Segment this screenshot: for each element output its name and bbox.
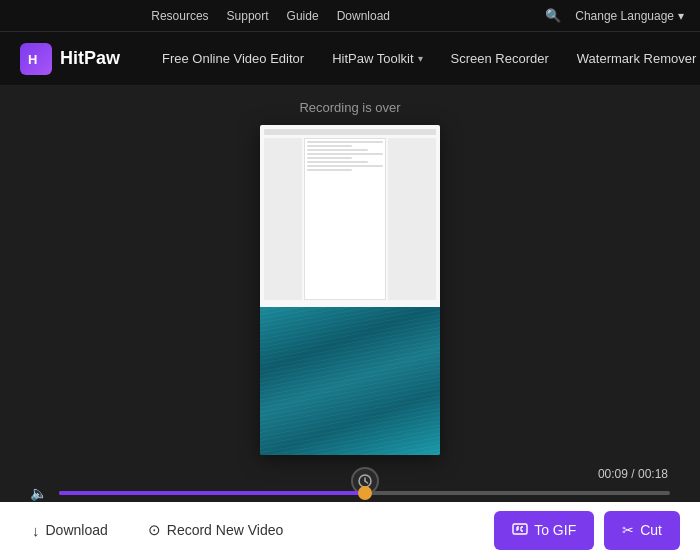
controls-bar: 00:09 / 00:18 🔈	[0, 467, 700, 501]
top-nav-download[interactable]: Download	[337, 9, 390, 23]
logo-icon: H	[20, 43, 52, 75]
recording-label: Recording is over	[299, 100, 400, 115]
record-icon: ⊙	[148, 521, 161, 539]
download-button[interactable]: ↓ Download	[20, 514, 120, 547]
download-label: Download	[46, 522, 108, 538]
download-icon: ↓	[32, 522, 40, 539]
cut-icon: ✂	[622, 522, 634, 538]
cut-button[interactable]: ✂ Cut	[604, 511, 680, 550]
ss-right-panel	[388, 138, 436, 300]
record-new-button[interactable]: ⊙ Record New Video	[136, 513, 295, 547]
top-nav-resources[interactable]: Resources	[151, 9, 208, 23]
screenshot-content	[260, 125, 440, 307]
svg-line-4	[365, 481, 368, 483]
nav-hitpaw-toolkit[interactable]: HitPaw Toolkit ▾	[318, 32, 436, 86]
nav-screen-recorder[interactable]: Screen Recorder	[437, 32, 563, 86]
cut-label: Cut	[640, 522, 662, 538]
top-bar-right: 🔍 Change Language ▾	[545, 8, 684, 23]
top-bar-links: Resources Support Guide Download	[151, 9, 390, 23]
nav-free-video-editor[interactable]: Free Online Video Editor	[148, 32, 318, 86]
to-gif-button[interactable]: To GIF	[494, 511, 594, 550]
to-gif-label: To GIF	[534, 522, 576, 538]
svg-text:H: H	[28, 52, 37, 67]
lang-chevron-icon: ▾	[678, 9, 684, 23]
gif-icon	[512, 521, 528, 540]
record-new-label: Record New Video	[167, 522, 283, 538]
content-area: Recording is over	[0, 86, 700, 558]
change-language-label: Change Language	[575, 9, 674, 23]
video-bottom-half	[260, 307, 440, 456]
progress-container: 🔈	[30, 485, 670, 501]
svg-rect-5	[513, 524, 527, 534]
progress-track[interactable]	[59, 491, 670, 495]
time-value: 00:09 / 00:18	[598, 467, 668, 481]
ss-left-panel	[264, 138, 302, 300]
nav-links: Free Online Video Editor HitPaw Toolkit …	[148, 32, 700, 86]
progress-fill	[59, 491, 365, 495]
ss-toolbar	[264, 129, 436, 135]
nav-watermark-remover[interactable]: Watermark Remover	[563, 32, 700, 86]
water-visual	[260, 307, 440, 456]
main-nav: H HitPaw Free Online Video Editor HitPaw…	[0, 32, 700, 86]
progress-thumb[interactable]	[358, 486, 372, 500]
ss-main-panel	[304, 138, 386, 300]
video-preview	[260, 125, 440, 455]
video-top-half	[260, 125, 440, 307]
ss-content-area	[264, 138, 436, 300]
top-nav-guide[interactable]: Guide	[287, 9, 319, 23]
action-btns-right: To GIF ✂ Cut	[494, 511, 680, 550]
top-nav-support[interactable]: Support	[227, 9, 269, 23]
search-icon[interactable]: 🔍	[545, 8, 561, 23]
language-selector[interactable]: Change Language ▾	[575, 9, 684, 23]
top-bar: Resources Support Guide Download 🔍 Chang…	[0, 0, 700, 32]
logo-area[interactable]: H HitPaw	[20, 43, 120, 75]
volume-icon[interactable]: 🔈	[30, 485, 47, 501]
logo-text: HitPaw	[60, 48, 120, 69]
toolkit-chevron-icon: ▾	[418, 53, 423, 64]
action-bar: ↓ Download ⊙ Record New Video	[0, 502, 700, 558]
